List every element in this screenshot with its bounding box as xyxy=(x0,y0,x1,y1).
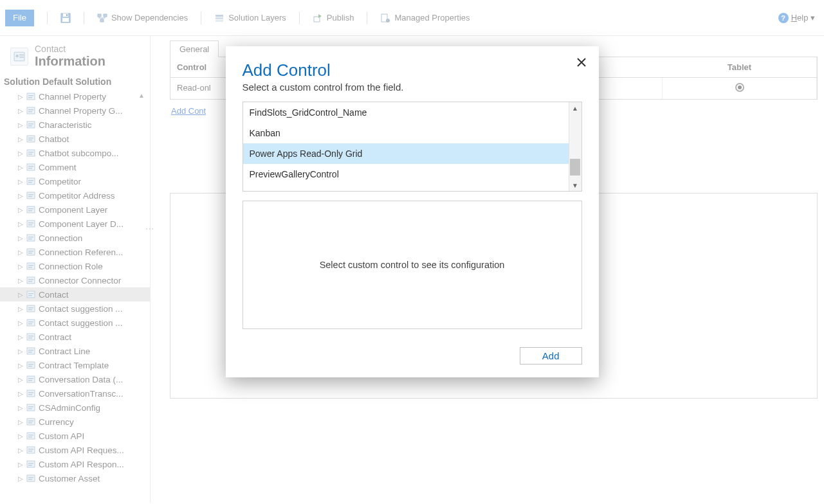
close-button[interactable] xyxy=(574,55,589,69)
dialog-title: Add Control xyxy=(243,60,582,80)
scroll-thumb[interactable] xyxy=(570,159,580,176)
scroll-up-icon[interactable]: ▲ xyxy=(572,102,578,114)
control-config-placeholder: Select custom control to see its configu… xyxy=(243,201,582,329)
control-list-items[interactable]: FindSlots_GridControl_NameKanbanPower Ap… xyxy=(243,102,569,191)
modal-backdrop[interactable]: Add Control Select a custom control from… xyxy=(0,0,824,504)
control-option[interactable]: Power Apps Read-Only Grid xyxy=(243,143,569,164)
control-option[interactable]: FindSlots_GridControl_Name xyxy=(243,102,569,123)
close-icon xyxy=(577,58,586,67)
control-option[interactable]: PreviewGalleryControl xyxy=(243,164,569,184)
control-list-scrollbar[interactable]: ▲ ▼ xyxy=(569,102,581,191)
dialog-subtitle: Select a custom control from the field. xyxy=(243,82,582,93)
control-option[interactable]: Kanban xyxy=(243,123,569,143)
add-button[interactable]: Add xyxy=(520,347,582,364)
control-list: FindSlots_GridControl_NameKanbanPower Ap… xyxy=(243,102,582,192)
add-control-dialog: Add Control Select a custom control from… xyxy=(226,46,599,377)
scroll-down-icon[interactable]: ▼ xyxy=(572,179,578,191)
